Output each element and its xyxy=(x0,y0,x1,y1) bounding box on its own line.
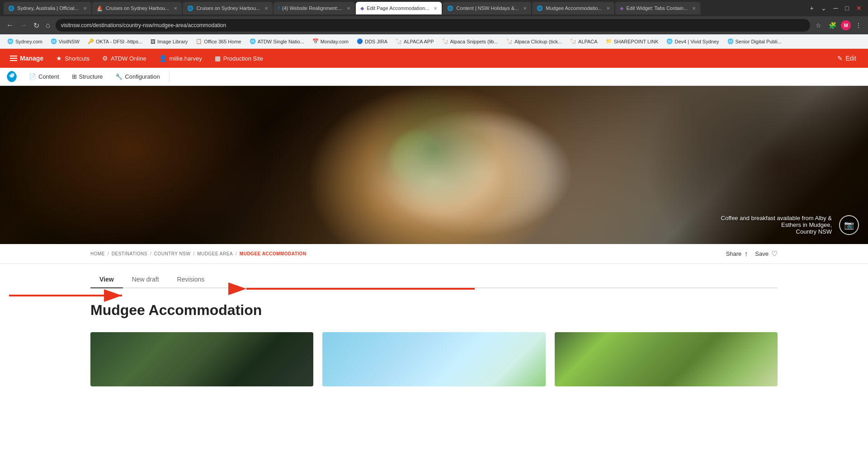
card-1 xyxy=(90,332,313,386)
content-icon: 📄 xyxy=(29,73,36,80)
tab-view[interactable]: View xyxy=(90,271,123,288)
bookmark-favicon: 🌐 xyxy=(727,38,734,44)
card-2 xyxy=(322,332,545,386)
tab-6[interactable]: 🌐 Content | NSW Holidays &... ✕ xyxy=(443,2,531,14)
profile-btn[interactable]: M xyxy=(841,20,851,30)
tab-7[interactable]: 🌐 Mudgee Accommodatio... ✕ xyxy=(532,2,614,14)
restore-button[interactable]: □ xyxy=(843,4,852,13)
bookmark-favicon: 🌐 xyxy=(250,38,256,44)
structure-label: Structure xyxy=(79,73,103,80)
page-title: Mudgee Accommodation xyxy=(90,302,778,319)
tab-1[interactable]: 🌐 Sydney, Australia | Official... ✕ xyxy=(4,2,91,14)
breadcrumb-current: MUDGEE ACCOMMODATION xyxy=(240,251,307,256)
tab-3[interactable]: 🌐 Cruises on Sydney Harbou... ✕ xyxy=(183,2,273,14)
browser-window: 🌐 Sydney, Australia | Official... ✕ ⛵ Cr… xyxy=(0,0,868,49)
bookmark-monday[interactable]: 📅 Monday.com xyxy=(309,37,352,46)
tab-8[interactable]: ◆ Edit Widget: Tabs Contain... ✕ xyxy=(615,2,700,14)
bookmark-sharepoint[interactable]: 📁 SHAREPOINT LINK xyxy=(602,37,662,46)
bookmark-favicon: 🦙 xyxy=(506,38,513,44)
bookmark-visitnsw[interactable]: 🌐 VisitNSW xyxy=(47,37,83,46)
edit-label: Edit xyxy=(845,55,856,62)
card-3 xyxy=(555,332,778,386)
bookmark-alpaca-clickup[interactable]: 🦙 Alpaca Clickup (tick... xyxy=(503,37,566,46)
breadcrumb-country-nsw[interactable]: COUNTRY NSW xyxy=(154,251,191,256)
structure-icon: ⊞ xyxy=(72,73,77,80)
camera-icon: 📷 xyxy=(844,220,854,230)
tabs-dropdown[interactable]: ⌄ xyxy=(818,4,829,13)
tab-4[interactable]: f (4) Website Realignment:... ✕ xyxy=(274,2,355,14)
hero-caption: Coffee and breakfast available from Alby… xyxy=(705,215,832,235)
bookmark-atdw[interactable]: 🌐 ATDW Single Natio... xyxy=(246,37,308,46)
bookmark-sydney[interactable]: 🌐 Sydney.com xyxy=(4,37,46,46)
tab-revisions[interactable]: Revisions xyxy=(168,271,214,288)
menu-btn[interactable]: ⋮ xyxy=(853,20,864,31)
content-nav-item[interactable]: 📄 Content xyxy=(24,70,65,83)
structure-nav-item[interactable]: ⊞ Structure xyxy=(66,70,108,83)
forward-button[interactable]: → xyxy=(17,19,30,31)
atdw-nav-item[interactable]: ⚙ ATDW Online xyxy=(98,52,151,65)
breadcrumb-sep-1: / xyxy=(108,251,109,256)
card-image-1 xyxy=(90,332,313,386)
share-button[interactable]: Share ↑ xyxy=(726,250,748,258)
bookmark-dev4[interactable]: 🌐 Dev4 | Vivid Sydney xyxy=(663,37,722,46)
bookmark-favicon: 🦙 xyxy=(396,38,402,44)
atdw-label: ATDW Online xyxy=(111,55,146,62)
user-nav-item[interactable]: 👤 millie.harvey xyxy=(155,52,207,65)
bookmark-favicon: 🔵 xyxy=(357,38,363,44)
breadcrumb-mudgee-area[interactable]: MUDGEE AREA xyxy=(197,251,233,256)
tabs-bar: 🌐 Sydney, Australia | Official... ✕ ⛵ Cr… xyxy=(0,0,868,16)
bookmark-favicon: 📅 xyxy=(312,38,319,44)
drupal-subnav: 📄 Content ⊞ Structure 🔧 Configuration xyxy=(0,68,868,86)
card-image-2 xyxy=(322,332,545,386)
tab-5-active[interactable]: ◆ Edit Page Accommodation... ✕ xyxy=(356,2,442,14)
breadcrumb-bar: HOME / DESTINATIONS / COUNTRY NSW / MUDG… xyxy=(0,244,868,264)
edit-pencil-icon: ✎ xyxy=(837,55,843,62)
content-label: Content xyxy=(38,73,59,80)
address-bar-row: ← → ↻ ⌂ ☆ 🧩 M ⋮ xyxy=(0,16,868,34)
bookmark-okta[interactable]: 🔑 OKTA - DFSI -https... xyxy=(84,37,146,46)
bookmark-alpaca-app[interactable]: 🦙 ALPACA APP xyxy=(392,37,437,46)
content-area: View New draft Revisions xyxy=(0,264,868,288)
breadcrumb-home[interactable]: HOME xyxy=(90,251,105,256)
bookmark-image-library[interactable]: 🖼 Image Library xyxy=(147,38,191,46)
atdw-icon: ⚙ xyxy=(102,55,108,62)
close-button[interactable]: ✕ xyxy=(854,4,864,13)
bookmark-favicon: 📋 xyxy=(196,38,202,44)
shortcuts-label: Shortcuts xyxy=(65,55,90,62)
extensions-btn[interactable]: 🧩 xyxy=(826,20,839,31)
edit-button[interactable]: ✎ Edit xyxy=(831,52,863,65)
bookmarks-bar: 🌐 Sydney.com 🌐 VisitNSW 🔑 OKTA - DFSI -h… xyxy=(0,34,868,49)
refresh-button[interactable]: ↻ xyxy=(31,19,42,32)
bookmark-office365[interactable]: 📋 Office 365 Home xyxy=(192,37,245,46)
bookmark-star[interactable]: ☆ xyxy=(813,20,824,31)
address-input[interactable] xyxy=(56,19,810,32)
browser-actions: ☆ 🧩 M ⋮ xyxy=(813,20,864,31)
configuration-nav-item[interactable]: 🔧 Configuration xyxy=(110,70,165,83)
bookmark-senior-digital[interactable]: 🌐 Senior Digital Publi... xyxy=(724,37,785,46)
save-button[interactable]: Save ♡ xyxy=(755,249,778,258)
bookmark-favicon: 🦙 xyxy=(442,38,448,44)
home-button[interactable]: ⌂ xyxy=(43,19,53,31)
minimize-button[interactable]: ─ xyxy=(831,4,841,13)
breadcrumb-sep-3: / xyxy=(193,251,194,256)
back-button[interactable]: ← xyxy=(4,19,16,31)
shortcuts-nav-item[interactable]: ★ Shortcuts xyxy=(52,52,94,65)
drupal-logo xyxy=(5,70,18,83)
tab-new-draft[interactable]: New draft xyxy=(123,271,168,288)
bookmark-alpaca-snippets[interactable]: 🦙 Alpaca Snippets (lib... xyxy=(439,37,502,46)
new-tab-button[interactable]: + xyxy=(807,4,816,13)
bookmark-alpaca[interactable]: 🦙 ALPACA xyxy=(566,37,601,46)
production-nav-item[interactable]: ▦ Production Site xyxy=(210,52,268,65)
production-icon: ▦ xyxy=(215,55,221,62)
share-save-area: Share ↑ Save ♡ xyxy=(726,249,778,258)
breadcrumb-destinations[interactable]: DESTINATIONS xyxy=(112,251,147,256)
bookmark-favicon: 📁 xyxy=(606,38,612,44)
camera-button[interactable]: 📷 xyxy=(839,215,859,235)
manage-button[interactable]: Manage xyxy=(5,52,48,65)
heart-icon: ♡ xyxy=(771,249,778,258)
bookmark-jira[interactable]: 🔵 DDS JIRA xyxy=(353,37,391,46)
save-label: Save xyxy=(755,250,769,257)
nav-divider xyxy=(169,71,170,82)
tab-2[interactable]: ⛵ Cruises on Sydney Harbou... ✕ xyxy=(92,2,182,14)
card-image-3 xyxy=(555,332,778,386)
